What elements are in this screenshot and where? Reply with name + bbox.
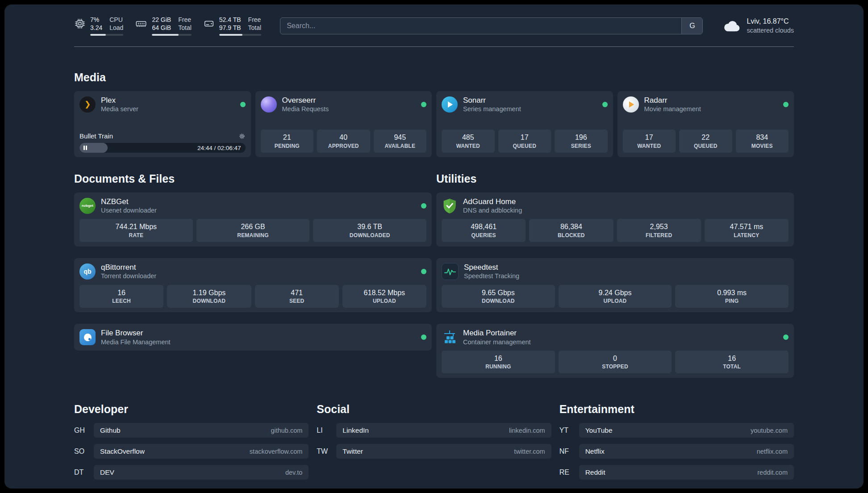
weather-condition: scattered clouds: [747, 26, 794, 35]
stat-tile: 86,384BLOCKED: [529, 219, 613, 242]
app-name: AdGuard Home: [463, 197, 522, 206]
adguard-shield-icon: [442, 198, 458, 214]
qbittorrent-icon: qb: [79, 263, 96, 280]
bookmark-group-entertainment: Entertainment YT YouTube youtube.com NF …: [559, 403, 794, 480]
memory-total-value: 64 GiB: [152, 24, 171, 32]
now-playing-title: Bullet Train: [79, 132, 113, 140]
stat-tile: 1.19 GbpsDOWNLOAD: [167, 285, 251, 308]
status-dot: [421, 203, 426, 209]
service-card-overseerr[interactable]: Overseerr Media Requests 21PENDING 40APP…: [255, 91, 432, 157]
status-dot: [421, 102, 426, 107]
bookmark-abbr: LI: [317, 426, 336, 435]
bookmark-link-reddit[interactable]: Reddit reddit.com: [579, 465, 794, 480]
stat-tile: 498,461QUERIES: [442, 219, 526, 242]
memory-usage-bar: [152, 34, 191, 36]
overseerr-icon: [261, 96, 277, 113]
sonarr-icon: [442, 96, 458, 113]
disk-total-label: Total: [248, 24, 262, 32]
bookmark-link-youtube[interactable]: YouTube youtube.com: [579, 423, 794, 438]
stat-tile: 39.6 TBDOWNLOADED: [313, 219, 426, 242]
service-card-adguard[interactable]: AdGuard Home DNS and adblocking 498,461Q…: [436, 192, 794, 246]
memory-free-label: Free: [178, 16, 192, 24]
stat-tile: 0STOPPED: [559, 351, 672, 374]
stat-tile: 22QUEUED: [679, 130, 732, 153]
section-title-documents: Documents & Files: [74, 172, 432, 185]
bookmark-twitter: TW Twitter twitter.com: [317, 444, 551, 459]
service-card-portainer[interactable]: Media Portainer Container management 16R…: [436, 324, 794, 378]
weather-widget: Lviv, 16.87°C scattered clouds: [722, 17, 794, 35]
bookmark-group-developer: Developer GH Github github.com SO StackO…: [74, 403, 309, 480]
section-title-entertainment: Entertainment: [559, 403, 794, 416]
search-provider-button[interactable]: G: [681, 18, 702, 34]
status-dot: [421, 269, 426, 274]
stat-tile: 0.993 msPING: [675, 285, 789, 308]
service-card-filebrowser[interactable]: File Browser Media File Management: [74, 324, 432, 350]
bookmark-abbr: SO: [74, 447, 94, 455]
service-card-radarr[interactable]: Radarr Movie management 17WANTED 22QUEUE…: [618, 91, 794, 157]
cloud-icon: [722, 19, 741, 33]
stat-tile: 266 GBREMAINING: [196, 219, 310, 242]
cpu-percent: 7%: [90, 16, 102, 24]
app-subtitle: Speedtest Tracking: [464, 272, 519, 280]
top-bar: 7% 3.24 CPU Load: [74, 16, 794, 36]
section-title-social: Social: [317, 403, 551, 416]
memory-icon: [135, 18, 147, 29]
app-subtitle: Container management: [463, 338, 531, 346]
disk-icon: [203, 18, 215, 29]
nzbget-icon: nzbget: [79, 198, 96, 214]
bookmark-group-social: Social LI LinkedIn linkedin.com TW Twitt…: [317, 403, 551, 480]
bookmark-link-linkedin[interactable]: LinkedIn linkedin.com: [336, 423, 551, 438]
stat-tile: 21PENDING: [261, 130, 314, 153]
plex-now-playing: Bullet Train 24:44 / 02:06:47: [79, 132, 246, 153]
service-card-plex[interactable]: ❯ Plex Media server Bullet Train: [74, 91, 251, 157]
section-title-media: Media: [74, 71, 794, 84]
stat-tile: 40APPROVED: [317, 130, 370, 153]
playback-progress-bar[interactable]: 24:44 / 02:06:47: [79, 143, 246, 153]
service-card-qbittorrent[interactable]: qb qBittorrent Torrent downloader 16LEEC…: [74, 258, 432, 312]
bookmark-link-github[interactable]: Github github.com: [94, 423, 309, 438]
stat-tile: 16RUNNING: [442, 351, 555, 374]
bookmark-abbr: TW: [317, 447, 336, 455]
stat-tile: 2,953FILTERED: [617, 219, 701, 242]
app-subtitle: DNS and adblocking: [463, 206, 522, 214]
disk-total-value: 97.9 TB: [219, 24, 241, 32]
memory-free-value: 22 GiB: [152, 16, 171, 24]
service-card-nzbget[interactable]: nzbget NZBGet Usenet downloader 744.21 M…: [74, 192, 432, 246]
bookmark-link-stackoverflow[interactable]: StackOverflow stackoverflow.com: [94, 444, 309, 459]
status-dot: [421, 334, 426, 340]
app-name: Radarr: [644, 96, 701, 105]
gear-icon[interactable]: [238, 133, 246, 140]
app-subtitle: Series management: [463, 105, 521, 113]
status-dot: [783, 334, 789, 340]
stat-tile: 471SEED: [255, 285, 339, 308]
app-subtitle: Media Requests: [282, 105, 329, 113]
service-card-sonarr[interactable]: Sonarr Series management 485WANTED 17QUE…: [436, 91, 613, 157]
cpu-chip-icon: [74, 18, 86, 29]
app-subtitle: Movie management: [644, 105, 701, 113]
service-card-speedtest[interactable]: Speedtest Speedtest Tracking 9.65 GbpsDO…: [436, 258, 794, 312]
app-name: qBittorrent: [101, 263, 156, 272]
stat-tile: 485WANTED: [442, 130, 495, 153]
bookmark-link-twitter[interactable]: Twitter twitter.com: [336, 444, 551, 459]
app-subtitle: Media server: [101, 105, 138, 113]
search-input[interactable]: [280, 18, 681, 34]
dashboard: 7% 3.24 CPU Load: [4, 4, 864, 489]
plex-icon: ❯: [79, 96, 96, 113]
bookmark-abbr: DT: [74, 468, 94, 476]
stat-tile: 9.65 GbpsDOWNLOAD: [442, 285, 555, 308]
bookmarks-area: Developer GH Github github.com SO StackO…: [74, 403, 794, 480]
bookmark-link-netflix[interactable]: Netflix netflix.com: [579, 444, 794, 459]
status-dot: [602, 102, 608, 107]
pause-icon[interactable]: [83, 143, 87, 153]
app-name: Sonarr: [463, 96, 521, 105]
weather-location: Lviv, 16.87°C: [747, 17, 794, 26]
search-provider-label: G: [689, 22, 695, 30]
bookmark-abbr: YT: [559, 426, 579, 435]
app-name: Overseerr: [282, 96, 329, 105]
status-dot: [783, 102, 789, 107]
bookmark-link-dev[interactable]: DEV dev.to: [94, 465, 309, 480]
app-name: File Browser: [101, 328, 171, 338]
status-dot: [240, 102, 246, 107]
cpu-label: CPU: [109, 16, 123, 24]
stat-tile: 9.24 GbpsUPLOAD: [559, 285, 672, 308]
